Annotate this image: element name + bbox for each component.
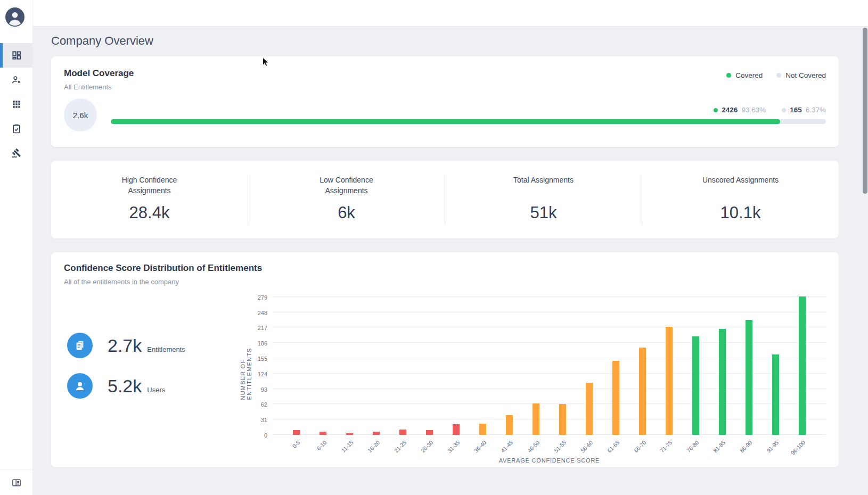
users-icon (11, 75, 22, 85)
y-tick-248: 248 (258, 310, 267, 316)
bar-71-75[interactable] (666, 327, 673, 435)
scrollbar-thumb[interactable] (863, 28, 867, 194)
bar-slot (656, 295, 682, 435)
legend-label-covered: Covered (735, 71, 763, 79)
assignments-stats-card: High ConfidenceAssignments28.4kLow Confi… (51, 161, 839, 238)
xlabel-slot: 96-100 (789, 435, 815, 457)
bar-51-55[interactable] (559, 404, 566, 435)
top-bar (33, 0, 868, 27)
x-tick-11-15: 11-15 (340, 439, 354, 453)
xlabel-slot: 36-40 (470, 435, 496, 457)
x-tick-21-25: 21-25 (393, 439, 407, 453)
bar-slot (337, 295, 363, 435)
y-tick-62: 62 (261, 401, 267, 408)
sidebar-item-audit[interactable] (0, 141, 32, 166)
count-pct-covered: 93.63% (741, 106, 766, 114)
x-tick-0-5: 0-5 (291, 439, 301, 449)
xlabel-slot: 11-15 (337, 435, 363, 457)
y-tick-93: 93 (261, 386, 267, 393)
count-covered: 242693.63% (714, 106, 766, 114)
summary-entitlements: 2.7kEntitlements (67, 333, 240, 358)
x-tick-6-10: 6-10 (315, 439, 327, 451)
bar-slot (470, 295, 496, 435)
sidebar-item-tasks[interactable] (0, 117, 32, 141)
xlabel-slot: 46-50 (523, 435, 550, 457)
bar-0-5[interactable] (293, 430, 300, 435)
bar-41-45[interactable] (506, 415, 513, 435)
summary-label-users: Users (147, 386, 165, 394)
user-icon (67, 373, 93, 399)
bar-96-100[interactable] (799, 296, 806, 435)
page-scrollbar (862, 27, 868, 495)
count-dot-not-covered (782, 108, 786, 112)
count-dot-covered (714, 108, 718, 112)
model-coverage-card: Model Coverage All Entitlements CoveredN… (51, 56, 839, 147)
xlabel-slot: 26-30 (416, 435, 443, 457)
x-tick-46-50: 46-50 (526, 439, 541, 453)
bar-46-50[interactable] (533, 403, 539, 435)
sidebar-item-users[interactable] (0, 68, 32, 92)
bar-76-80[interactable] (692, 336, 699, 435)
bar-slot (550, 295, 576, 435)
xlabel-slot: 51-55 (550, 435, 576, 457)
xlabel-slot: 91-95 (762, 435, 789, 457)
sidebar-item-dashboard[interactable] (0, 43, 32, 68)
bar-61-65[interactable] (612, 361, 619, 435)
xlabel-slot: 86-90 (735, 435, 762, 457)
distribution-subtitle: All of the entitlements in the company (64, 278, 826, 286)
bar-slot (416, 295, 443, 435)
bar-slot (390, 295, 416, 435)
xlabel-slot: 16-20 (363, 435, 390, 457)
bar-26-30[interactable] (426, 430, 433, 435)
x-tick-96-100: 96-100 (790, 439, 807, 456)
xlabel-slot: 56-60 (576, 435, 602, 457)
bar-slot (709, 295, 735, 435)
x-tick-36-40: 36-40 (473, 439, 487, 453)
chart-yticks: 0316293124155186217248279 (251, 295, 273, 435)
legend-covered[interactable]: Covered (726, 71, 763, 79)
bar-66-70[interactable] (639, 348, 646, 435)
summary-users: 5.2kUsers (67, 373, 240, 399)
count-not-covered: 1656.37% (782, 106, 826, 114)
coverage-counts: 242693.63%1656.37% (111, 106, 826, 114)
bar-36-40[interactable] (479, 424, 486, 435)
bar-91-95[interactable] (772, 354, 779, 435)
collapse-sidebar-button[interactable] (0, 469, 32, 495)
bar-81-85[interactable] (719, 329, 726, 435)
xlabel-slot: 31-35 (443, 435, 470, 457)
bar-slot (762, 295, 789, 435)
stat-value-high-confidence: 28.4k (129, 203, 170, 222)
page-title: Company Overview (51, 34, 839, 48)
legend-dot-not-covered (776, 73, 781, 78)
y-tick-217: 217 (258, 325, 267, 331)
bar-21-25[interactable] (399, 430, 406, 435)
y-tick-31: 31 (261, 417, 267, 423)
legend-not-covered[interactable]: Not Covered (776, 71, 826, 79)
x-tick-56-60: 56-60 (579, 439, 593, 453)
bar-slot (310, 295, 337, 435)
bar-56-60[interactable] (586, 383, 593, 435)
apps-grid-icon (11, 99, 22, 110)
distribution-chart: NUMBER OF ENTITLEMENTS 03162931241551862… (240, 295, 826, 464)
xlabel-slot: 66-70 (629, 435, 656, 457)
user-avatar-icon[interactable] (5, 7, 24, 29)
coverage-legend: CoveredNot Covered (726, 71, 826, 79)
stat-unscored-assignments: Unscored Assignments10.1k (642, 175, 839, 225)
bar-31-35[interactable] (453, 424, 460, 435)
legend-dot-covered (726, 73, 731, 78)
xlabel-slot: 0-5 (283, 435, 310, 457)
bar-slot (682, 295, 709, 435)
stat-total-assignments: Total Assignments51k (445, 175, 642, 225)
y-tick-155: 155 (258, 356, 267, 362)
bar-slot (735, 295, 762, 435)
sidebar-item-apps[interactable] (0, 92, 32, 117)
bar-86-90[interactable] (746, 320, 752, 435)
xlabel-slot: 76-80 (682, 435, 709, 457)
main-area: Company Overview Model Coverage All Enti… (33, 27, 868, 495)
coverage-progress-bar (111, 119, 826, 124)
y-tick-186: 186 (258, 340, 267, 346)
x-tick-31-35: 31-35 (446, 439, 461, 453)
x-tick-71-75: 71-75 (659, 439, 673, 453)
document-icon (67, 333, 93, 358)
count-value-covered: 2426 (722, 106, 738, 114)
